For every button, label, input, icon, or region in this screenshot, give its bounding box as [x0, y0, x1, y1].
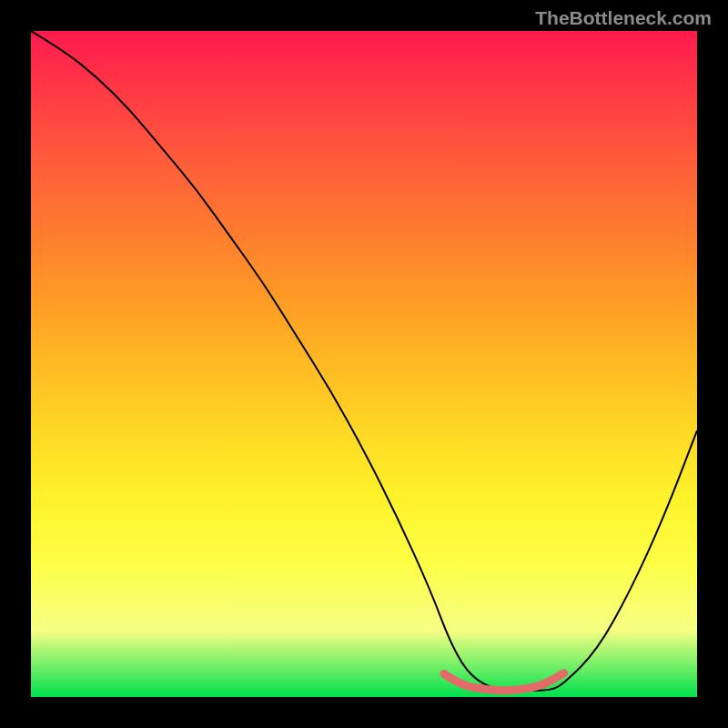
chart-container: TheBottleneck.com [0, 0, 728, 728]
plot-area [31, 31, 697, 697]
optimal-zone-marker [444, 673, 564, 691]
bottleneck-curve [31, 31, 697, 691]
curve-svg [31, 31, 697, 697]
watermark-text: TheBottleneck.com [535, 7, 712, 29]
